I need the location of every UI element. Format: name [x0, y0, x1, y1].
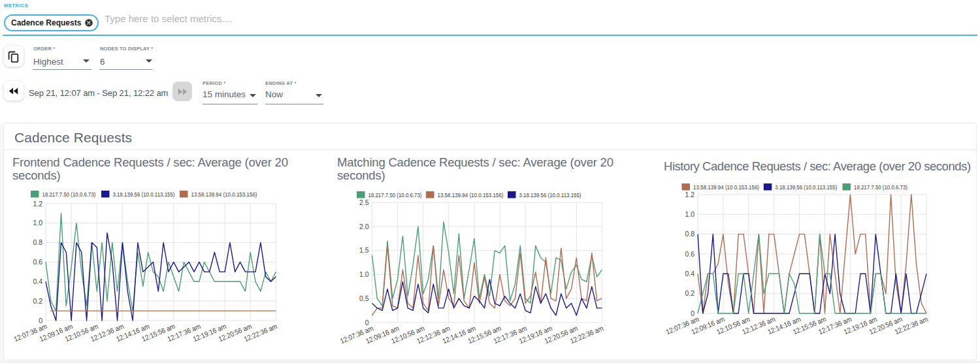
svg-text:0.6: 0.6 — [685, 250, 694, 258]
svg-text:0.4: 0.4 — [685, 270, 694, 277]
svg-text:13.58.139.94 (10.0.153.156): 13.58.139.94 (10.0.153.156) — [693, 183, 759, 191]
svg-text:1.0: 1.0 — [685, 210, 694, 218]
svg-text:13.58.139.94 (10.0.153.156): 13.58.139.94 (10.0.153.156) — [438, 191, 504, 198]
svg-text:0.8: 0.8 — [685, 230, 694, 238]
svg-text:1.2: 1.2 — [33, 200, 42, 208]
svg-text:0.2: 0.2 — [685, 289, 694, 297]
svg-text:18.217.7.50 (10.0.6.73): 18.217.7.50 (10.0.6.73) — [42, 191, 96, 198]
svg-text:2.0: 2.0 — [359, 223, 369, 230]
svg-text:13.58.139.94 (10.0.153.156): 13.58.139.94 (10.0.153.156) — [191, 191, 257, 198]
svg-text:1.2: 1.2 — [685, 191, 694, 198]
svg-text:3.18.139.56 (10.0.113.155): 3.18.139.56 (10.0.113.155) — [113, 191, 175, 198]
svg-text:0.5: 0.5 — [359, 294, 369, 302]
svg-text:0.4: 0.4 — [33, 277, 42, 285]
svg-text:1.0: 1.0 — [33, 219, 42, 227]
svg-text:18.217.7.50 (10.0.6.73): 18.217.7.50 (10.0.6.73) — [854, 183, 907, 191]
svg-text:18.217.7.50 (10.0.6.73): 18.217.7.50 (10.0.6.73) — [368, 191, 422, 198]
svg-text:0.6: 0.6 — [33, 258, 42, 266]
svg-text:0.2: 0.2 — [33, 297, 42, 305]
svg-text:3.18.139.56 (10.0.113.155): 3.18.139.56 (10.0.113.155) — [775, 183, 837, 191]
svg-text:1.0: 1.0 — [359, 270, 369, 278]
svg-text:3.18.139.56 (10.0.113.155): 3.18.139.56 (10.0.113.155) — [519, 191, 581, 198]
svg-text:2.5: 2.5 — [359, 198, 369, 206]
svg-text:1.5: 1.5 — [359, 246, 369, 254]
svg-text:0.8: 0.8 — [33, 238, 42, 246]
